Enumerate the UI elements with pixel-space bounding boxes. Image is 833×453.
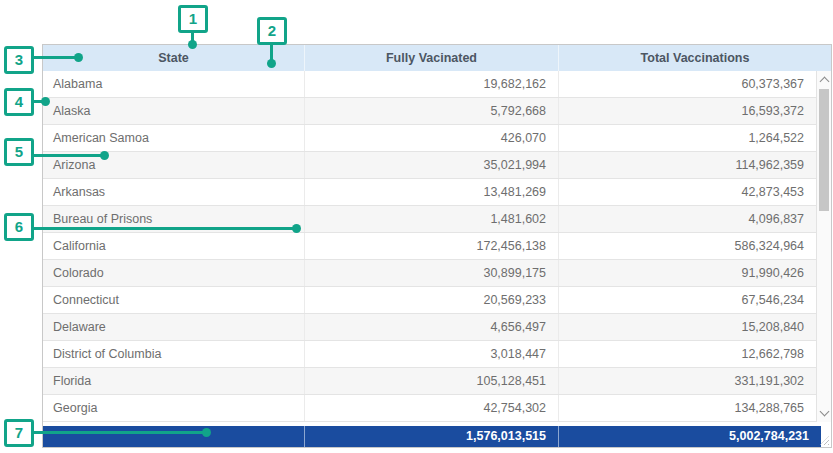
scroll-down-icon[interactable] — [820, 407, 830, 417]
annotation-marker-2: 2 — [257, 17, 287, 45]
totals-cell-fully-vaccinated: 1,576,013,515 — [304, 426, 558, 447]
vaccination-table-widget: State Fully Vacinated Total Vaccinations… — [42, 44, 832, 448]
annotation-stem-7 — [34, 431, 204, 434]
cell-total-vaccinations: 331,191,302 — [558, 368, 816, 394]
cell-total-vaccinations: 91,990,426 — [558, 260, 816, 286]
table-row[interactable]: American Samoa426,0701,264,522 — [43, 125, 816, 152]
table-row[interactable]: Alabama19,682,16260,373,367 — [43, 71, 816, 98]
annotation-dot-4 — [41, 97, 50, 106]
annotation-stem-6 — [34, 227, 294, 230]
cell-fully-vaccinated: 3,018,447 — [304, 341, 558, 367]
annotation-dot-7 — [202, 428, 211, 437]
table-row[interactable]: California172,456,138586,324,964 — [43, 233, 816, 260]
cell-state: Florida — [43, 368, 304, 394]
table-row[interactable]: Arizona35,021,994114,962,359 — [43, 152, 816, 179]
cell-state: Georgia — [43, 395, 304, 421]
cell-state: Alabama — [43, 71, 304, 97]
annotation-marker-5: 5 — [4, 138, 34, 166]
cell-fully-vaccinated: 13,481,269 — [304, 179, 558, 205]
cell-fully-vaccinated: 172,456,138 — [304, 233, 558, 259]
cell-fully-vaccinated: 1,481,602 — [304, 206, 558, 232]
column-header-fully-vaccinated[interactable]: Fully Vacinated — [304, 45, 558, 71]
annotation-dot-1 — [188, 40, 197, 49]
cell-fully-vaccinated: 42,754,302 — [304, 395, 558, 421]
cell-total-vaccinations: 586,324,964 — [558, 233, 816, 259]
cell-total-vaccinations: 15,208,840 — [558, 314, 816, 340]
table-header: State Fully Vacinated Total Vaccinations — [43, 45, 831, 71]
annotation-marker-6: 6 — [4, 213, 34, 241]
table-row[interactable]: District of Columbia3,018,44712,662,798 — [43, 341, 816, 368]
cell-state: Colorado — [43, 260, 304, 286]
dashboard-screenshot: State Fully Vacinated Total Vaccinations… — [0, 0, 833, 453]
cell-fully-vaccinated: 20,569,233 — [304, 287, 558, 313]
cell-state: Delaware — [43, 314, 304, 340]
cell-total-vaccinations: 114,962,359 — [558, 152, 816, 178]
table-row[interactable]: Florida105,128,451331,191,302 — [43, 368, 816, 395]
cell-total-vaccinations: 16,593,372 — [558, 98, 816, 124]
cell-total-vaccinations: 134,288,765 — [558, 395, 816, 421]
cell-state: Connecticut — [43, 287, 304, 313]
cell-fully-vaccinated: 4,656,497 — [304, 314, 558, 340]
scrollbar-thumb[interactable] — [819, 89, 829, 211]
annotation-marker-3: 3 — [4, 46, 34, 74]
scroll-up-icon[interactable] — [820, 77, 830, 87]
cell-total-vaccinations: 67,546,234 — [558, 287, 816, 313]
table-row[interactable]: Connecticut20,569,23367,546,234 — [43, 287, 816, 314]
table-row[interactable]: Colorado30,899,17591,990,426 — [43, 260, 816, 287]
cell-state: American Samoa — [43, 125, 304, 151]
annotation-marker-4: 4 — [4, 88, 34, 116]
cell-fully-vaccinated: 5,792,668 — [304, 98, 558, 124]
annotation-marker-1: 1 — [178, 5, 208, 33]
cell-total-vaccinations: 12,662,798 — [558, 341, 816, 367]
cell-fully-vaccinated: 105,128,451 — [304, 368, 558, 394]
cell-total-vaccinations: 1,264,522 — [558, 125, 816, 151]
cell-fully-vaccinated: 426,070 — [304, 125, 558, 151]
column-header-total-vaccinations[interactable]: Total Vaccinations — [558, 45, 831, 71]
vertical-scrollbar[interactable] — [816, 71, 831, 422]
resize-grip-icon[interactable] — [820, 436, 829, 445]
cell-state: District of Columbia — [43, 341, 304, 367]
cell-total-vaccinations: 4,096,837 — [558, 206, 816, 232]
cell-state: Alaska — [43, 98, 304, 124]
table-row[interactable]: Delaware4,656,49715,208,840 — [43, 314, 816, 341]
annotation-dot-2 — [267, 59, 276, 68]
totals-cell-state — [43, 426, 304, 447]
annotation-stem-2 — [270, 44, 273, 60]
annotation-dot-5 — [100, 151, 109, 160]
cell-fully-vaccinated: 35,021,994 — [304, 152, 558, 178]
cell-state: Arkansas — [43, 179, 304, 205]
cell-fully-vaccinated: 19,682,162 — [304, 71, 558, 97]
annotation-stem-5 — [34, 154, 102, 157]
cell-fully-vaccinated: 30,899,175 — [304, 260, 558, 286]
annotation-stem-3 — [34, 56, 76, 59]
table-row[interactable]: Georgia42,754,302134,288,765 — [43, 395, 816, 422]
totals-row: 1,576,013,515 5,002,784,231 — [43, 426, 821, 447]
table-row[interactable]: Arkansas13,481,26942,873,453 — [43, 179, 816, 206]
annotation-dot-6 — [292, 224, 301, 233]
cell-total-vaccinations: 42,873,453 — [558, 179, 816, 205]
cell-total-vaccinations: 60,373,367 — [558, 71, 816, 97]
table-body: Alabama19,682,16260,373,367Alaska5,792,6… — [43, 71, 816, 422]
annotation-marker-7: 7 — [4, 419, 34, 447]
totals-cell-total-vaccinations: 5,002,784,231 — [558, 426, 821, 447]
annotation-dot-3 — [74, 53, 83, 62]
table-row[interactable]: Alaska5,792,66816,593,372 — [43, 98, 816, 125]
cell-state: California — [43, 233, 304, 259]
